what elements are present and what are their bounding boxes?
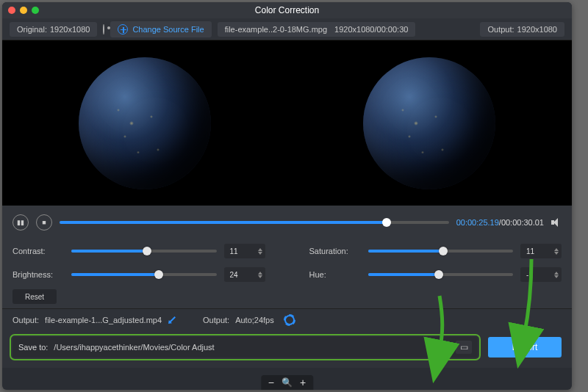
output-settings-icon[interactable] bbox=[284, 315, 295, 325]
contrast-step-down[interactable] bbox=[258, 252, 262, 255]
save-to-path-input[interactable]: /Users/ihappyacethinker/Movies/Color Adj… bbox=[54, 343, 428, 352]
contrast-step-up[interactable] bbox=[258, 248, 262, 251]
save-to-label: Save to: bbox=[18, 343, 48, 352]
preview-original-pane bbox=[2, 40, 287, 206]
output-resolution-chip: Output: 1920x1080 bbox=[480, 22, 564, 37]
saturation-slider[interactable] bbox=[368, 250, 514, 253]
open-folder-button[interactable]: ▭ bbox=[456, 341, 472, 354]
output-file-label: Output: bbox=[12, 316, 39, 324]
contrast-label: Contrast: bbox=[12, 247, 64, 255]
hue-step-down[interactable] bbox=[554, 275, 559, 278]
time-display: 00:00:25.19/00:00:30.01 bbox=[456, 218, 544, 227]
top-toolbar: Original: 1920x1080 Change Source File f… bbox=[2, 18, 572, 40]
hue-value-box[interactable]: -1 bbox=[520, 267, 562, 282]
titlebar: Color Correction bbox=[2, 2, 572, 18]
output-label: Output: bbox=[487, 25, 514, 34]
timeline-scrubber[interactable] bbox=[60, 221, 449, 224]
hue-label: Hue: bbox=[309, 270, 361, 279]
preview-original-image bbox=[79, 57, 211, 189]
output-format-value: Auto;24fps bbox=[235, 316, 274, 324]
eye-icon bbox=[103, 24, 104, 35]
window-title: Color Correction bbox=[2, 5, 572, 15]
brightness-value-box[interactable]: 24 bbox=[224, 267, 265, 282]
reset-button[interactable]: Reset bbox=[12, 289, 57, 304]
export-button[interactable]: Export bbox=[488, 337, 562, 357]
zoom-out-button[interactable]: − bbox=[268, 377, 274, 388]
output-format-label: Output: bbox=[203, 316, 229, 324]
saturation-step-up[interactable] bbox=[554, 248, 559, 251]
total-time: 00:00:30.01 bbox=[501, 218, 544, 227]
hue-value: -1 bbox=[526, 271, 533, 279]
contrast-value-box[interactable]: 11 bbox=[224, 244, 265, 258]
folder-icon: ▭ bbox=[460, 342, 468, 352]
slider-grid: Contrast: 11 Saturation: 11 Brightness: bbox=[12, 244, 562, 282]
zoom-toolbar: − 🔍 + bbox=[261, 375, 313, 390]
saturation-label: Saturation: bbox=[309, 247, 361, 255]
controls-section: ▮▮ ■ 00:00:25.19/00:00:30.01 Contrast: 1… bbox=[2, 206, 572, 308]
play-pause-button[interactable]: ▮▮ bbox=[12, 214, 29, 231]
original-resolution: 1920x1080 bbox=[50, 25, 90, 34]
browse-path-button[interactable]: ⋯ bbox=[434, 341, 450, 354]
brightness-step-down[interactable] bbox=[258, 275, 262, 278]
preview-original-toggle[interactable] bbox=[103, 25, 104, 34]
plus-circle-icon bbox=[118, 24, 128, 35]
stop-button[interactable]: ■ bbox=[36, 214, 52, 231]
bottom-row: Save to: /Users/ihappyacethinker/Movies/… bbox=[2, 331, 572, 368]
brightness-slider[interactable] bbox=[71, 273, 217, 276]
preview-output-pane bbox=[287, 40, 573, 206]
original-label: Original: bbox=[17, 25, 47, 34]
app-window: Color Correction Original: 1920x1080 Cha… bbox=[2, 2, 572, 390]
zoom-in-button[interactable]: + bbox=[300, 377, 306, 388]
output-info-bar: Output: file-example-1...G_adjusted.mp4 … bbox=[2, 308, 572, 331]
hue-slider[interactable] bbox=[368, 273, 514, 276]
saturation-value: 11 bbox=[526, 247, 534, 255]
brightness-label: Brightness: bbox=[12, 270, 64, 279]
contrast-slider[interactable] bbox=[71, 250, 217, 253]
saturation-value-box[interactable]: 11 bbox=[520, 244, 562, 258]
pause-icon: ▮▮ bbox=[17, 219, 24, 226]
magnifier-icon[interactable]: 🔍 bbox=[282, 377, 293, 388]
current-time: 00:00:25.19 bbox=[456, 218, 499, 227]
preview-output-image bbox=[363, 57, 495, 189]
output-resolution: 1920x1080 bbox=[517, 25, 557, 34]
preview-row bbox=[2, 40, 572, 206]
saturation-step-down[interactable] bbox=[554, 252, 559, 255]
timeline-fill bbox=[60, 221, 387, 224]
source-res-duration: 1920x1080/00:00:30 bbox=[334, 25, 408, 34]
contrast-value: 11 bbox=[230, 247, 238, 255]
timeline-thumb[interactable] bbox=[382, 218, 391, 227]
brightness-value: 24 bbox=[230, 271, 238, 279]
dots-icon: ⋯ bbox=[437, 342, 446, 352]
source-file-info: file-example..2-0-18MG.mpg 1920x1080/00:… bbox=[218, 22, 416, 37]
edit-filename-icon[interactable] bbox=[166, 314, 179, 327]
save-to-box: Save to: /Users/ihappyacethinker/Movies/… bbox=[12, 337, 478, 357]
output-filename: file-example-1...G_adjusted.mp4 bbox=[45, 316, 162, 324]
playback-row: ▮▮ ■ 00:00:25.19/00:00:30.01 bbox=[12, 213, 562, 232]
change-source-file-button[interactable]: Change Source File bbox=[110, 21, 211, 37]
change-source-label: Change Source File bbox=[132, 25, 204, 34]
stop-icon: ■ bbox=[42, 219, 46, 226]
original-resolution-chip: Original: 1920x1080 bbox=[10, 22, 97, 37]
volume-icon[interactable] bbox=[551, 218, 562, 227]
hue-step-up[interactable] bbox=[554, 272, 559, 275]
source-filename: file-example..2-0-18MG.mpg bbox=[225, 25, 327, 34]
brightness-step-up[interactable] bbox=[258, 272, 262, 275]
